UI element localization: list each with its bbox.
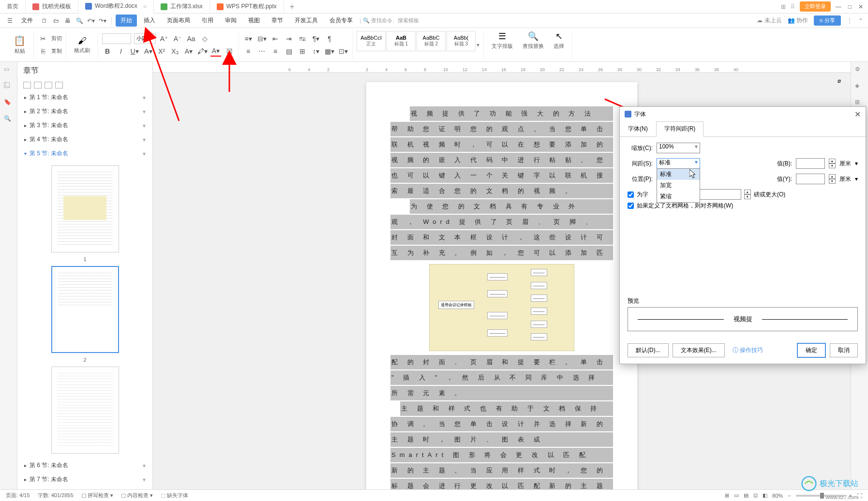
tab-template[interactable]: 找稻壳模板 [26, 0, 78, 14]
menu-file[interactable]: 文件 [16, 15, 38, 27]
coop-button[interactable]: 👥 协作 [788, 16, 808, 25]
sort-icon[interactable]: ¶▾ [311, 33, 321, 44]
page-thumb-2[interactable] [51, 266, 119, 353]
share-button[interactable]: ⎋ 分享 [814, 15, 841, 26]
window-close-icon[interactable]: ✕ [858, 3, 863, 10]
align-left-icon[interactable]: ≡ [243, 46, 254, 57]
menu-review[interactable]: 审阅 [220, 15, 241, 27]
tool-2-icon[interactable]: ◈ [855, 82, 865, 92]
font-family-select[interactable] [102, 33, 131, 44]
line-spacing-icon[interactable]: ↕▾ [311, 46, 321, 57]
bookmark-icon[interactable]: 🔖 [4, 99, 14, 108]
new-icon[interactable]: 🗋 [40, 16, 49, 26]
text-layout-button[interactable]: ☰文字排版 [488, 31, 517, 59]
tool-1-icon[interactable]: ⚙ [855, 66, 865, 75]
open-icon[interactable]: 🗁 [51, 16, 61, 26]
tab-add[interactable]: + [284, 2, 300, 11]
cancel-button[interactable]: 取消 [830, 343, 858, 357]
nav-tool-1[interactable] [23, 82, 31, 88]
distribute-icon[interactable]: ⊞ [297, 46, 308, 57]
opt-condensed[interactable]: 紧缩 [657, 191, 700, 202]
zoom-out-icon[interactable]: − [788, 493, 791, 499]
search-command[interactable]: 🔍 查找命令、搜索模板 [363, 17, 419, 24]
search-icon[interactable]: 🔍 [4, 115, 14, 125]
view-mode-5-icon[interactable]: ◧ [763, 492, 767, 499]
menu-ref[interactable]: 引用 [197, 15, 218, 27]
menu-start[interactable]: 开始 [116, 15, 137, 27]
nav-section-7[interactable]: ▸第 7 节: 未命名▾ [17, 472, 152, 486]
content-check[interactable]: ▢ 内容检查 ▾ [121, 492, 153, 499]
login-button[interactable]: 立即登录 [800, 1, 831, 12]
style-h3[interactable]: AaBb(标题 3 [447, 31, 476, 51]
nav-section-2[interactable]: ▸第 2 节: 未命名▾ [17, 104, 152, 118]
style-h1[interactable]: AaB标题 1 [387, 31, 416, 51]
tab-home[interactable]: 首页 [0, 0, 26, 14]
apps-icon[interactable]: ⠿ [791, 3, 795, 10]
menu-dev[interactable]: 开发工具 [290, 15, 323, 27]
copy-button[interactable]: ⎘ [38, 46, 48, 57]
char-shading-icon[interactable]: ☒ [224, 46, 235, 57]
scale-select[interactable]: 100%▾ [657, 143, 700, 153]
default-button[interactable]: 默认(D)... [628, 343, 669, 357]
missing-font[interactable]: ⬚ 缺失字体 [161, 492, 188, 499]
document-page[interactable]: 视 频 提 供 了 功 能 强 大 的 方 法 帮 助 您 证 明 您 的 观 … [366, 82, 637, 491]
word-count[interactable]: 字数: 401/2855 [38, 492, 74, 499]
nav-tool-3[interactable] [45, 82, 52, 88]
tab-font[interactable]: 字体(N) [620, 121, 656, 136]
menu-view[interactable]: 视图 [243, 15, 265, 27]
align-right-icon[interactable]: ≡ [270, 46, 281, 57]
maximize-icon[interactable]: □ [848, 3, 852, 10]
nav-section-1[interactable]: ▸第 1 节: 未命名▾ [17, 90, 152, 104]
clear-format-icon[interactable]: ◇ [199, 33, 210, 44]
value-b-input[interactable] [796, 158, 825, 169]
hamburger-icon[interactable]: ☰ [5, 16, 15, 26]
change-case-icon[interactable]: Aa [186, 33, 196, 44]
format-brush[interactable]: 🖌 格式刷 [70, 36, 94, 54]
indent-inc-icon[interactable]: ⇥ [284, 33, 294, 44]
paste-button[interactable]: 📋 粘贴 [10, 35, 30, 55]
underline-icon[interactable]: U▾ [129, 46, 140, 57]
cut-button[interactable]: ✂ [38, 33, 48, 44]
undo-icon[interactable]: ↶▾ [86, 16, 96, 26]
style-h2[interactable]: AaBbC标题 2 [417, 31, 446, 51]
spacing-select[interactable]: 标准▾ 标准 加宽 紧缩 [657, 158, 700, 169]
nav-section-4[interactable]: ▸第 4 节: 未命名▾ [17, 133, 152, 147]
dialog-close-icon[interactable]: ✕ [854, 110, 861, 119]
nav-section-6[interactable]: ▸第 6 节: 未命名▾ [17, 458, 152, 472]
menu-section[interactable]: 章节 [267, 15, 288, 27]
align-center-icon[interactable]: ⋯ [256, 46, 267, 57]
menu-insert[interactable]: 插入 [139, 15, 160, 27]
nav-tool-4[interactable] [55, 82, 63, 88]
text-effect-icon[interactable]: A▾ [183, 46, 194, 57]
kern-checkbox[interactable] [628, 192, 634, 198]
nav-up-icon[interactable]: ⌀ [838, 77, 841, 84]
view-mode-2-icon[interactable]: ▭ [734, 492, 739, 499]
nav-section-3[interactable]: ▸第 3 节: 未命名▾ [17, 118, 152, 133]
show-marks-icon[interactable]: ¶ [324, 33, 335, 44]
view-mode-1-icon[interactable]: ⊞ [725, 492, 729, 499]
view-mode-4-icon[interactable]: ⊡ [753, 492, 758, 499]
tab-excel[interactable]: 工作簿3.xlsx [154, 0, 210, 14]
minimize-icon[interactable]: — [836, 3, 841, 10]
numbering-icon[interactable]: ⊟▾ [256, 33, 267, 44]
select-button[interactable]: ↖选择 [550, 31, 568, 59]
ok-button[interactable]: 确定 [797, 343, 826, 358]
spell-check[interactable]: ▢ 拼写检查 ▾ [81, 492, 113, 499]
shading-icon[interactable]: ▦▾ [324, 46, 335, 57]
page-thumb-3[interactable] [51, 367, 119, 454]
border-icon[interactable]: ⊡▾ [338, 46, 348, 57]
close-icon[interactable]: ○ [143, 3, 147, 10]
menu-layout[interactable]: 页面布局 [162, 15, 195, 27]
opt-expanded[interactable]: 加宽 [657, 180, 700, 191]
bold-icon[interactable]: B [102, 46, 113, 57]
page-thumb-1[interactable] [51, 165, 119, 252]
preview-icon[interactable]: 🔍 [75, 16, 84, 26]
menu-member[interactable]: 会员专享 [325, 15, 358, 27]
sections-icon[interactable]: ⿺ [4, 82, 14, 92]
effects-button[interactable]: 文本效果(E)... [673, 343, 725, 357]
style-normal[interactable]: AaBbCcI正文 [357, 31, 386, 51]
highlight-icon[interactable]: 🖍▾ [197, 46, 208, 57]
justify-icon[interactable]: ▤ [284, 46, 294, 57]
view-mode-3-icon[interactable]: ▤ [744, 492, 748, 499]
tab-icon[interactable]: ⭾ [297, 33, 308, 44]
